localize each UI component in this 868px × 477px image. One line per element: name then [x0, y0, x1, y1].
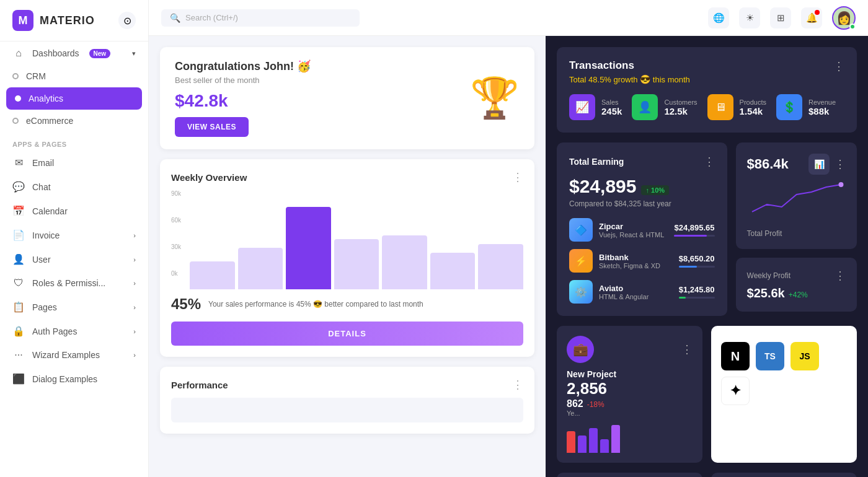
- ecommerce-label: eCommerce: [26, 116, 73, 126]
- bar-3: [286, 207, 331, 289]
- apps-pages-label: APPS & PAGES: [0, 132, 148, 151]
- sidebar-item-calendar[interactable]: 📅 Calendar: [0, 199, 148, 223]
- customers-value: 12.5k: [664, 106, 697, 116]
- performance-placeholder: [171, 398, 523, 422]
- sidebar-item-user[interactable]: 👤 User ›: [0, 247, 148, 271]
- sidebar-item-roles[interactable]: 🛡 Roles & Permissi... ›: [0, 271, 148, 295]
- earn-subtitle: Compared to $84,325 last year: [569, 199, 715, 208]
- dialog-label: Dialog Examples: [32, 374, 97, 384]
- weekly-profit-more[interactable]: ⋮: [835, 269, 846, 282]
- sidebar-item-crm[interactable]: CRM: [0, 65, 148, 87]
- bar-1: [190, 261, 235, 289]
- sidebar-item-chat[interactable]: 💬 Chat: [0, 175, 148, 199]
- zipcar-name: Zipcar: [599, 222, 668, 231]
- zipcar-fill: [674, 235, 706, 237]
- aviato-fill: [679, 297, 686, 299]
- auth-chevron: ›: [133, 328, 136, 335]
- dialog-icon: ⬛: [12, 373, 25, 385]
- weekly-profit-value: $25.6k: [747, 286, 785, 300]
- translate-icon[interactable]: 🌐: [708, 7, 729, 28]
- y-label-0k: 0k: [171, 270, 181, 277]
- pages-label: Pages: [32, 302, 57, 312]
- congrats-card: Congratulations John! 🥳 Best seller of t…: [160, 47, 534, 149]
- growth-value: Total 48.5% growth: [569, 75, 638, 84]
- congrats-amount: $42.8k: [175, 91, 311, 111]
- profit-line-chart: [747, 175, 846, 224]
- tech-stack-card: N TS JS ✦: [711, 326, 857, 463]
- aviato-sub: HTML & Angular: [599, 293, 673, 300]
- sidebar-item-dialog[interactable]: ⬛ Dialog Examples: [0, 367, 148, 391]
- weekly-header: Weekly Overview ⋮: [171, 170, 523, 184]
- perf-percent: 45%: [171, 295, 201, 313]
- sidebar-item-analytics[interactable]: Analytics: [6, 87, 142, 110]
- stat-customers: 👤 Customers 12.5k: [632, 94, 697, 120]
- view-sales-button[interactable]: VIEW SALES: [175, 117, 249, 137]
- wizard-chevron: ›: [133, 351, 136, 359]
- search-box[interactable]: 🔍 Search (Ctrl+/): [161, 9, 360, 27]
- avatar-container[interactable]: 👩: [832, 6, 856, 30]
- grid-icon[interactable]: ⊞: [770, 7, 791, 28]
- sales-value: 245k: [601, 106, 622, 116]
- aviato-icon: ⚙️: [569, 280, 593, 304]
- sidebar-item-pages[interactable]: 📋 Pages ›: [0, 295, 148, 319]
- figma-icon: ✦: [721, 377, 750, 405]
- user-chevron: ›: [133, 256, 136, 263]
- zipcar-info: Zipcar Vuejs, React & HTML: [599, 222, 668, 239]
- earn-item-zipcar: 🔷 Zipcar Vuejs, React & HTML $24,895.65: [569, 218, 715, 242]
- transactions-stats: 📈 Sales 245k 👤 Customers 12.5k: [569, 94, 844, 120]
- online-dot: [849, 24, 856, 30]
- dashboards-badge: New: [89, 49, 111, 58]
- content-area: Congratulations John! 🥳 Best seller of t…: [149, 36, 868, 477]
- profit-more-icon[interactable]: ⋮: [835, 157, 846, 171]
- search-placeholder: Search (Ctrl+/): [185, 13, 238, 22]
- logo-text: MATERIO: [40, 14, 95, 27]
- auth-label: Auth Pages: [32, 326, 77, 336]
- earn-amount: $24,895: [569, 176, 636, 197]
- sidebar-item-ecommerce[interactable]: eCommerce: [0, 110, 148, 132]
- calendar-label: Calendar: [32, 206, 68, 216]
- zipcar-icon: 🔷: [569, 218, 593, 242]
- email-label: Email: [32, 158, 54, 168]
- notification-icon[interactable]: 🔔: [801, 7, 822, 28]
- auth-icon: 🔒: [12, 325, 25, 337]
- sidebar-toggle-icon[interactable]: ⊙: [118, 12, 136, 29]
- sidebar: M MATERIO ⊙ ⌂ Dashboards New ▾ CRM Analy…: [0, 0, 149, 477]
- mini-bar-3: [589, 428, 598, 453]
- transactions-title: Transactions: [569, 59, 690, 72]
- total-earning-title: Total Earning: [569, 157, 624, 167]
- sidebar-item-dashboards[interactable]: ⌂ Dashboards New ▾: [0, 42, 148, 65]
- crm-label: CRM: [26, 71, 46, 81]
- sidebar-item-auth[interactable]: 🔒 Auth Pages ›: [0, 319, 148, 343]
- sidebar-item-email[interactable]: ✉ Email: [0, 151, 148, 175]
- mini-bar-2: [578, 435, 587, 453]
- top-row: Congratulations John! 🥳 Best seller of t…: [160, 47, 534, 149]
- mini-bar-4: [600, 439, 609, 453]
- brightness-icon[interactable]: ☀: [739, 7, 760, 28]
- shield-icon: 🛡: [12, 278, 25, 289]
- products-icon: 🖥: [707, 94, 733, 120]
- earn-item-aviato: ⚙️ Aviato HTML & Angular $1,245.80: [569, 280, 715, 304]
- transactions-more-icon[interactable]: ⋮: [833, 59, 844, 73]
- earning-more-icon[interactable]: ⋮: [704, 155, 715, 168]
- details-button[interactable]: DETAILS: [171, 322, 523, 346]
- revenue-value: $88k: [808, 106, 836, 116]
- weekly-more-icon[interactable]: ⋮: [512, 170, 523, 184]
- earning-profit-row: Total Earning ⋮ $24,895 ↑ 10% Compared t…: [557, 142, 857, 316]
- total-earning-card: Total Earning ⋮ $24,895 ↑ 10% Compared t…: [557, 142, 727, 316]
- y-label-30k: 30k: [171, 243, 181, 250]
- typescript-icon: TS: [756, 342, 784, 370]
- topbar-icons: 🌐 ☀ ⊞ 🔔 👩: [708, 6, 856, 30]
- performance-more-icon[interactable]: ⋮: [512, 378, 523, 392]
- sidebar-item-wizard[interactable]: ··· Wizard Examples ›: [0, 343, 148, 367]
- profit-column: $86.4k 📊 ⋮ Total Profit: [736, 142, 857, 316]
- project-more-icon[interactable]: ⋮: [681, 343, 693, 356]
- invoice-chevron: ›: [133, 232, 136, 239]
- earn-item-bitbank: ⚡ Bitbank Sketch, Figma & XD $8,650.20: [569, 249, 715, 273]
- topbar: 🔍 Search (Ctrl+/) 🌐 ☀ ⊞ 🔔 👩: [149, 0, 868, 36]
- perf-row: 45% Your sales performance is 45% 😎 bett…: [171, 295, 523, 313]
- project-sub-count: 862: [567, 398, 583, 409]
- aviato-amount: $1,245.80: [679, 285, 715, 294]
- pages-chevron: ›: [133, 304, 136, 311]
- sidebar-item-invoice[interactable]: 📄 Invoice ›: [0, 223, 148, 247]
- logo-icon: M: [12, 10, 33, 31]
